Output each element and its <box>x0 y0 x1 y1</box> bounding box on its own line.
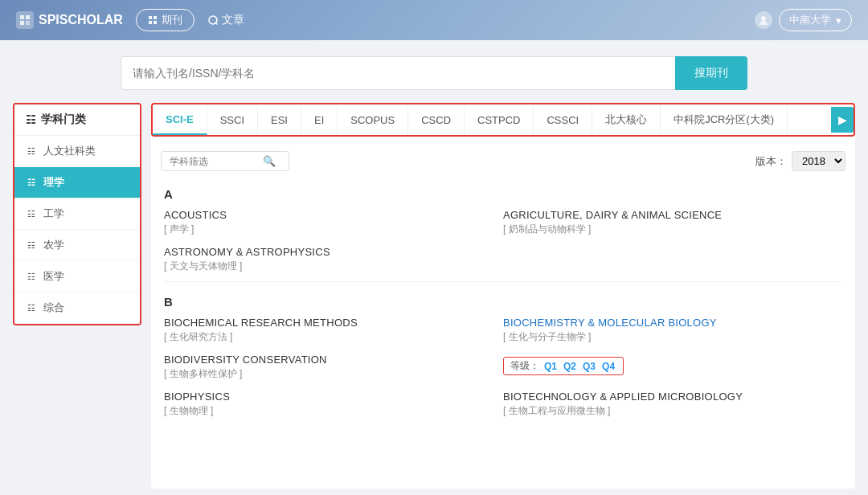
journal-nav-button[interactable]: 期刊 <box>136 9 194 31</box>
search-bar-wrapper: 搜期刊 <box>121 56 747 90</box>
sidebar-item-label-engineering: 工学 <box>43 207 64 221</box>
badge-q3: Q3 <box>583 361 596 372</box>
sidebar-item-label-agriculture: 农学 <box>43 238 64 252</box>
tab-cssci[interactable]: CSSCI <box>534 106 592 134</box>
tab-esi[interactable]: ESI <box>258 106 301 134</box>
grade-label: 等级： <box>510 359 539 373</box>
subject-name-biochemistry[interactable]: BIOCHEMISTRY & MOLECULAR BIOLOGY <box>503 317 842 329</box>
subject-grid-a: ACOUSTICS [ 声学 ] AGRICULTURE, DAIRY & AN… <box>164 206 842 280</box>
sidebar-item-label-comprehensive: 综合 <box>43 301 64 315</box>
subject-entry-biochemical: BIOCHEMICAL RESEARCH METHODS [ 生化研究方法 ] <box>164 313 503 350</box>
chevron-down-icon: ▾ <box>836 14 841 27</box>
svg-rect-0 <box>20 15 24 19</box>
sidebar-item-icon-medicine: ☷ <box>26 271 37 282</box>
header-right: 中南大学 ▾ <box>755 9 852 31</box>
version-label: 版本： <box>755 154 787 169</box>
sidebar-item-medicine[interactable]: ☷ 医学 <box>14 261 140 292</box>
tab-ssci[interactable]: SSCI <box>207 106 258 134</box>
subject-sub-biochemical: [ 生化研究方法 ] <box>164 330 503 344</box>
sidebar-item-comprehensive[interactable]: ☷ 综合 <box>14 292 140 324</box>
header: SPISCHOLAR 期刊 文章 中南大学 <box>0 0 868 40</box>
sidebar-item-science[interactable]: ☷ 理学 <box>14 167 140 198</box>
sidebar-item-icon-agriculture: ☷ <box>26 239 37 251</box>
sidebar-item-engineering[interactable]: ☷ 工学 <box>14 198 140 230</box>
subject-name-biochemical: BIOCHEMICAL RESEARCH METHODS <box>164 317 503 329</box>
subject-sub-biodiversity: [ 生物多样性保护 ] <box>164 367 503 381</box>
logo-text: SPISCHOLAR <box>39 13 123 27</box>
subject-entry-biodiversity: BIODIVERSITY CONSERVATION [ 生物多样性保护 ] <box>164 350 503 387</box>
subject-entry-empty-a <box>503 243 842 280</box>
tab-cstpcd[interactable]: CSTPCD <box>465 106 534 134</box>
sidebar-item-agriculture[interactable]: ☷ 农学 <box>14 230 140 261</box>
svg-rect-3 <box>26 21 30 25</box>
filter-search-box[interactable]: 🔍 <box>161 151 289 171</box>
sidebar-item-icon-humanities: ☷ <box>26 145 37 157</box>
sidebar: ☷ 学科门类 ☷ 人文社科类 ☷ 理学 ☷ 工学 ☷ 农学 ☷ 医学 ☷ 综合 <box>13 103 141 325</box>
search-icon: 🔍 <box>263 155 276 167</box>
subject-sub-biochemistry: [ 生化与分子生物学 ] <box>503 330 842 344</box>
user-avatar <box>755 11 772 29</box>
sidebar-item-label-humanities: 人文社科类 <box>43 144 96 158</box>
tab-beida[interactable]: 北大核心 <box>592 104 661 135</box>
tab-ei[interactable]: EI <box>301 106 338 134</box>
tab-scopus[interactable]: SCOPUS <box>338 106 408 134</box>
subject-entry-agriculture-dairy: AGRICULTURE, DAIRY & ANIMAL SCIENCE [ 奶制… <box>503 206 842 243</box>
filter-input[interactable] <box>170 156 258 167</box>
tab-bar: SCI-E SSCI ESI EI SCOPUS CSCD CSTPCD CSS… <box>151 103 855 137</box>
search-button[interactable]: 搜期刊 <box>675 56 747 90</box>
article-nav-label: 文章 <box>222 13 244 27</box>
logo-icon <box>16 11 34 29</box>
version-selector: 版本： 2018 2019 2020 2021 <box>755 151 845 171</box>
subject-entry-biochemistry: BIOCHEMISTRY & MOLECULAR BIOLOGY [ 生化与分子… <box>503 313 842 350</box>
svg-rect-2 <box>20 21 24 25</box>
sidebar-item-icon-engineering: ☷ <box>26 208 37 219</box>
svg-point-10 <box>761 16 766 21</box>
tab-sci-e[interactable]: SCI-E <box>153 105 207 135</box>
alpha-header-a: A <box>164 179 842 206</box>
badge-q1: Q1 <box>544 361 557 372</box>
svg-rect-4 <box>149 16 152 19</box>
main-layout: ☷ 学科门类 ☷ 人文社科类 ☷ 理学 ☷ 工学 ☷ 农学 ☷ 医学 ☷ 综合 <box>0 103 868 489</box>
sidebar-item-icon-science: ☷ <box>26 177 37 188</box>
user-button[interactable]: 中南大学 ▾ <box>779 9 852 31</box>
version-dropdown[interactable]: 2018 2019 2020 2021 <box>792 151 845 171</box>
sidebar-title: 学科门类 <box>41 112 86 127</box>
article-nav-link[interactable]: 文章 <box>207 13 244 27</box>
grade-badge-row: 等级： Q1 Q2 Q3 Q4 <box>503 357 624 375</box>
subject-name-agriculture-dairy: AGRICULTURE, DAIRY & ANIMAL SCIENCE <box>503 209 842 221</box>
logo: SPISCHOLAR <box>16 11 123 29</box>
subject-name-astronomy: ASTRONOMY & ASTROPHYSICS <box>164 246 503 258</box>
sidebar-item-label-science: 理学 <box>43 175 64 190</box>
search-area: 搜期刊 <box>0 40 868 103</box>
svg-rect-7 <box>154 21 157 24</box>
search-input[interactable] <box>121 56 675 90</box>
badge-q2: Q2 <box>563 361 576 372</box>
tab-cscd[interactable]: CSCD <box>408 106 465 134</box>
subject-sub-biophysics: [ 生物物理 ] <box>164 404 503 418</box>
sidebar-item-icon-comprehensive: ☷ <box>26 302 37 313</box>
header-left: SPISCHOLAR 期刊 文章 <box>16 9 244 31</box>
subject-entry-biophysics: BIOPHYSICS [ 生物物理 ] <box>164 387 503 424</box>
tab-cas-jcr[interactable]: 中科院JCR分区(大类) <box>661 104 788 135</box>
user-label: 中南大学 <box>789 13 831 27</box>
badge-q4: Q4 <box>602 361 615 372</box>
svg-line-9 <box>215 22 217 25</box>
divider-ab <box>164 281 842 282</box>
subject-list: A ACOUSTICS [ 声学 ] AGRICULTURE, DAIRY & … <box>151 179 855 424</box>
sidebar-item-humanities[interactable]: ☷ 人文社科类 <box>14 136 140 167</box>
sidebar-header: ☷ 学科门类 <box>14 104 140 136</box>
subject-name-biodiversity: BIODIVERSITY CONSERVATION <box>164 354 503 366</box>
subject-name-biotechnology: BIOTECHNOLOGY & APPLIED MICROBIOLOGY <box>503 391 842 403</box>
subject-entry-acoustics: ACOUSTICS [ 声学 ] <box>164 206 503 243</box>
subject-sub-biotechnology: [ 生物工程与应用微生物 ] <box>503 404 842 418</box>
content-area: SCI-E SSCI ESI EI SCOPUS CSCD CSTPCD CSS… <box>151 103 855 489</box>
subject-sub-acoustics: [ 声学 ] <box>164 223 503 236</box>
tab-next-arrow[interactable]: ▶ <box>831 107 854 133</box>
sidebar-item-label-medicine: 医学 <box>43 269 64 284</box>
subject-entry-biotechnology: BIOTECHNOLOGY & APPLIED MICROBIOLOGY [ 生… <box>503 387 842 424</box>
svg-rect-1 <box>26 15 30 19</box>
subject-name-biophysics: BIOPHYSICS <box>164 391 503 403</box>
svg-rect-6 <box>149 21 152 24</box>
subject-sub-agriculture-dairy: [ 奶制品与动物科学 ] <box>503 223 842 236</box>
subject-sub-astronomy: [ 天文与天体物理 ] <box>164 260 503 273</box>
